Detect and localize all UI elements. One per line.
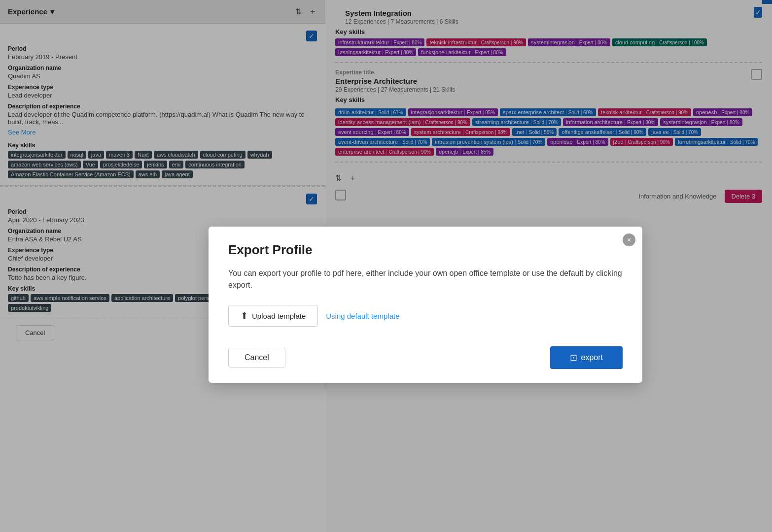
modal-cancel-btn[interactable]: Cancel <box>228 348 285 367</box>
modal-close-btn[interactable]: × <box>623 233 635 246</box>
upload-template-btn[interactable]: ⬆ Upload template <box>228 305 318 327</box>
export-btn-label: export <box>581 353 603 362</box>
modal-actions: ⬆ Upload template Using default template <box>228 305 623 327</box>
default-template-link[interactable]: Using default template <box>326 312 399 320</box>
modal-footer: Cancel ⊡ export <box>228 346 623 369</box>
modal-overlay: × Export Profile You can export your pro… <box>0 0 772 532</box>
upload-btn-label: Upload template <box>252 312 306 320</box>
export-icon: ⊡ <box>570 352 577 363</box>
export-profile-modal: × Export Profile You can export your pro… <box>209 227 642 383</box>
upload-icon: ⬆ <box>241 310 248 321</box>
export-btn[interactable]: ⊡ export <box>550 346 623 369</box>
modal-description: You can export your profile to pdf here,… <box>228 267 623 291</box>
modal-title: Export Profile <box>228 242 623 258</box>
